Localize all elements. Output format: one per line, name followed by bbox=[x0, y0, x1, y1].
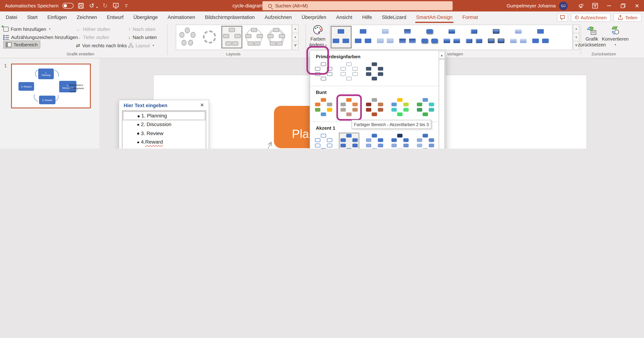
change-colors-button[interactable]: Farben ändern ▾ bbox=[308, 25, 328, 48]
document-title[interactable]: cycle-diagram▾ bbox=[232, 0, 266, 11]
tab-überprüfen[interactable]: Überprüfen bbox=[297, 11, 331, 23]
tab-aufzeichnen[interactable]: Aufzeichnen bbox=[260, 11, 297, 23]
color-swatch-bunt-0[interactable]: ↑↓ bbox=[313, 97, 334, 118]
layout-thumb-2[interactable] bbox=[221, 26, 242, 48]
palette-icon bbox=[312, 25, 323, 35]
start-slideshow-icon[interactable] bbox=[112, 2, 119, 9]
color-swatch-primärdesignfarben-0[interactable]: ↑↓ bbox=[313, 61, 334, 82]
add-bullet-button[interactable]: Aufzählungszeichen hinzufügen bbox=[3, 33, 78, 41]
move-up-button[interactable]: ↑Nach oben bbox=[128, 25, 156, 33]
powerpoint-window: Automatisches Speichern ↺ ▾ ↻ ▾ cycle-di… bbox=[0, 0, 644, 149]
share-button[interactable]: Teilen bbox=[614, 13, 642, 22]
swap-arrows-icon: ⇄ bbox=[76, 42, 80, 48]
user-name[interactable]: Gumpelmeyer Johanna bbox=[507, 3, 556, 8]
layouts-more-button[interactable]: ▼ bbox=[292, 41, 298, 50]
smartart-style-thumb-7[interactable] bbox=[486, 26, 507, 48]
layout-button[interactable]: Layout▾ bbox=[128, 41, 154, 49]
color-swatch-akzent-1-4[interactable]: ↑↓ bbox=[415, 133, 436, 149]
text-pane-close-icon[interactable]: ✕ bbox=[200, 102, 204, 108]
layouts-scroll-up[interactable]: ▲ bbox=[292, 24, 298, 33]
text-pane-item-3[interactable]: 4. Reward bbox=[123, 138, 205, 146]
restore-button[interactable] bbox=[616, 0, 630, 11]
styles-scroll-up[interactable]: ▲ bbox=[573, 24, 580, 33]
demote-button[interactable]: →Tiefer stufen bbox=[76, 33, 109, 41]
text-pane-toggle-button[interactable]: Textbereich bbox=[3, 40, 40, 48]
record-button[interactable]: Aufzeichnen bbox=[571, 13, 610, 22]
color-swatch-primärdesignfarben-1[interactable]: ↑↓ bbox=[339, 61, 359, 82]
thumb-shape-review: 3. Review bbox=[39, 96, 56, 104]
convert-button[interactable]: Konvertieren ▾ bbox=[603, 25, 628, 48]
tab-entwurf[interactable]: Entwurf bbox=[102, 11, 128, 23]
layout-thumb-0[interactable] bbox=[177, 26, 198, 48]
smartart-style-thumb-4[interactable] bbox=[419, 26, 440, 48]
search-placeholder: Suchen (Alt+M) bbox=[275, 3, 308, 8]
promote-button[interactable]: ←Höher stufen bbox=[76, 25, 110, 33]
smartart-style-thumb-6[interactable] bbox=[464, 26, 484, 48]
tab-einfügen[interactable]: Einfügen bbox=[42, 11, 72, 23]
reset-graphic-button[interactable]: Grafik zurücksetzen bbox=[582, 25, 602, 48]
thumb-title: Performance Development Cycle bbox=[70, 83, 90, 93]
avatar[interactable]: GJ bbox=[559, 1, 568, 10]
color-swatch-primärdesignfarben-2[interactable]: ↑↓ bbox=[364, 61, 385, 82]
color-swatch-akzent-1-3[interactable]: ↑↓ bbox=[390, 133, 410, 149]
layout-thumb-1[interactable] bbox=[199, 26, 220, 48]
autosave-toggle[interactable] bbox=[63, 3, 74, 9]
smartart-style-thumb-0[interactable] bbox=[331, 26, 352, 48]
bullet-list-icon bbox=[3, 35, 9, 39]
tab-übergänge[interactable]: Übergänge bbox=[128, 11, 163, 23]
coming-soon-megaphone-icon[interactable] bbox=[574, 0, 588, 11]
color-swatch-akzent-1-1[interactable]: ↑↓ bbox=[339, 133, 359, 149]
slide-thumbnail[interactable]: 1.Planning 2.Discussion 3. Review 4. Rew… bbox=[11, 64, 90, 108]
menu-scroll-up-icon[interactable]: ▲ bbox=[438, 51, 445, 59]
tab-bildschirmpräsentation[interactable]: Bildschirmpräsentation bbox=[200, 11, 260, 23]
minimize-button[interactable] bbox=[602, 0, 616, 11]
add-shape-button[interactable]: Form hinzufügen▾ bbox=[3, 25, 50, 33]
text-pane-icon bbox=[6, 42, 12, 47]
smartart-style-thumb-3[interactable] bbox=[397, 26, 418, 48]
tab-format[interactable]: Format bbox=[458, 11, 483, 23]
layout-thumb-3[interactable] bbox=[244, 26, 264, 48]
ribbon-display-options-icon[interactable] bbox=[588, 0, 602, 11]
color-swatch-bunt-1[interactable]: ↑↓ bbox=[339, 97, 359, 118]
right-to-left-button[interactable]: ⇄Von rechts nach links bbox=[76, 41, 127, 49]
color-swatch-akzent-1-0[interactable]: ↑↓ bbox=[313, 133, 334, 149]
tab-animationen[interactable]: Animationen bbox=[163, 11, 200, 23]
save-icon[interactable] bbox=[78, 2, 84, 9]
text-pane-item-0[interactable]: 1. Planning bbox=[123, 111, 205, 120]
text-pane: Hier Text eingeben ✕ 1. Planning2. Discu… bbox=[119, 100, 209, 149]
undo-caret-icon[interactable]: ▾ bbox=[96, 6, 98, 9]
tab-ansicht[interactable]: Ansicht bbox=[331, 11, 357, 23]
menu-scrollbar[interactable]: ▲ ▼ bbox=[438, 51, 445, 149]
layouts-scroll-down[interactable]: ▼ bbox=[292, 33, 298, 41]
record-icon bbox=[575, 15, 578, 19]
styles-scroll-down[interactable]: ▼ bbox=[573, 33, 580, 41]
smartart-style-thumb-1[interactable] bbox=[353, 26, 374, 48]
tab-datei[interactable]: Datei bbox=[1, 11, 22, 23]
customize-quick-access-icon[interactable]: ▾ bbox=[125, 4, 128, 7]
text-pane-item-2[interactable]: 3. Review bbox=[123, 129, 205, 138]
color-swatch-bunt-4[interactable]: ↑↓ bbox=[415, 97, 436, 118]
close-button[interactable]: ✕ bbox=[630, 0, 644, 11]
smartart-style-thumb-8[interactable] bbox=[508, 26, 529, 48]
tab-smartart-design[interactable]: SmartArt-Design bbox=[411, 11, 457, 23]
comments-button[interactable] bbox=[557, 13, 568, 22]
group-label-layouts: Layouts bbox=[192, 52, 274, 56]
layouts-gallery bbox=[176, 25, 292, 50]
layout-thumb-4[interactable] bbox=[266, 26, 286, 48]
group-label-reset: Zurücksetzen bbox=[562, 52, 644, 56]
color-swatch-akzent-1-2[interactable]: ↑↓ bbox=[364, 133, 385, 149]
menu-scrollbar-thumb[interactable] bbox=[438, 59, 445, 149]
text-pane-item-1[interactable]: 2. Discussion bbox=[123, 120, 205, 129]
tab-start[interactable]: Start bbox=[22, 11, 42, 23]
smartart-style-thumb-2[interactable] bbox=[375, 26, 396, 48]
smartart-style-thumb-5[interactable] bbox=[442, 26, 462, 48]
tab-zeichnen[interactable]: Zeichnen bbox=[72, 11, 102, 23]
tab-slidelizard[interactable]: SlideLizard bbox=[377, 11, 411, 23]
color-swatch-bunt-3[interactable]: ↑↓ bbox=[390, 97, 410, 118]
color-swatch-bunt-2[interactable]: ↑↓ bbox=[364, 97, 385, 118]
tab-hilfe[interactable]: Hilfe bbox=[357, 11, 377, 23]
smartart-style-thumb-9[interactable] bbox=[530, 26, 551, 48]
undo-icon[interactable]: ↺ bbox=[88, 2, 95, 9]
move-down-button[interactable]: ↓Nach unten bbox=[128, 33, 157, 41]
search-input[interactable]: Suchen (Alt+M) bbox=[262, 1, 453, 10]
